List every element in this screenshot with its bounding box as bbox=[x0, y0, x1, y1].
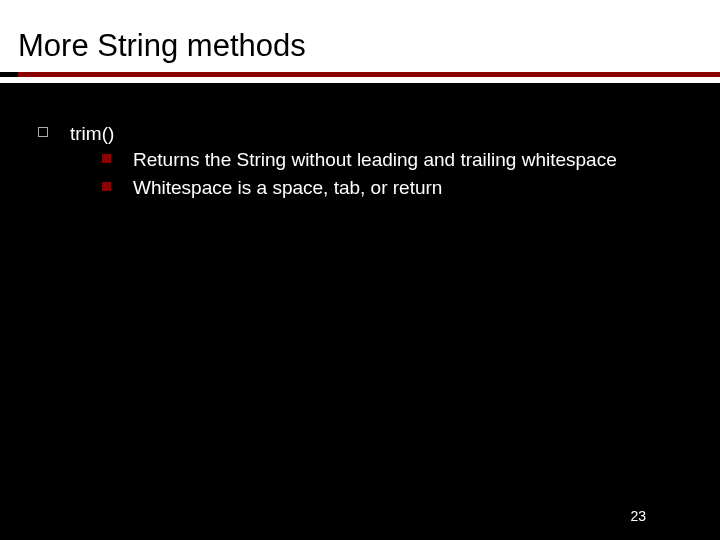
content-area: trim() Returns the String without leadin… bbox=[0, 83, 720, 204]
header: More String methods bbox=[0, 0, 720, 72]
sub-text: Returns the String without leading and t… bbox=[133, 147, 617, 173]
list-item: Whitespace is a space, tab, or return bbox=[102, 175, 702, 201]
sub-list: Returns the String without leading and t… bbox=[70, 147, 702, 201]
list-item: trim() Returns the String without leadin… bbox=[38, 121, 702, 204]
bullet-solid-icon bbox=[102, 154, 111, 163]
page-number: 23 bbox=[630, 508, 646, 524]
method-name: trim() bbox=[70, 121, 702, 147]
sub-text: Whitespace is a space, tab, or return bbox=[133, 175, 442, 201]
bullet-hollow-icon bbox=[38, 127, 48, 137]
slide-title: More String methods bbox=[18, 28, 702, 64]
list-item: Returns the String without leading and t… bbox=[102, 147, 702, 173]
bullet-solid-icon bbox=[102, 182, 111, 191]
